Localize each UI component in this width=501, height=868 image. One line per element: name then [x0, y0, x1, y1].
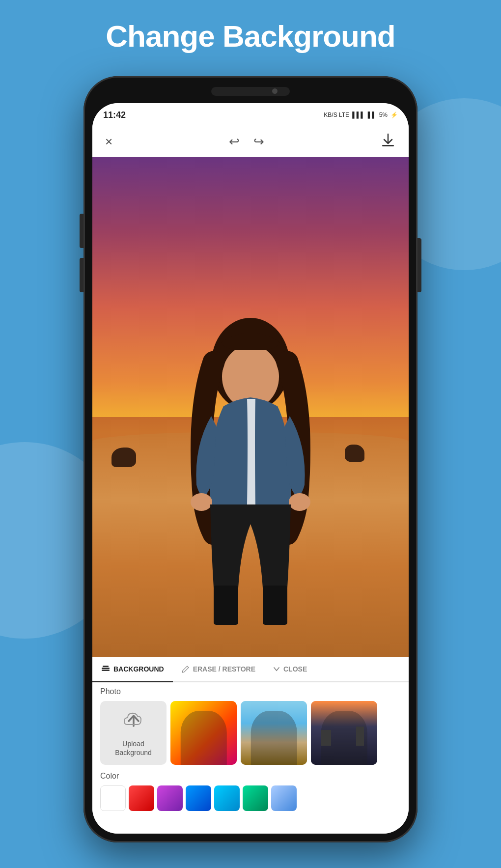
background-thumb-city[interactable]	[311, 701, 377, 765]
svg-rect-7	[102, 668, 110, 669]
color-swatch-red[interactable]	[129, 785, 154, 811]
girl-figure	[157, 197, 344, 657]
color-swatch-blue[interactable]	[186, 785, 211, 811]
photo-thumbnails: UploadBackground	[92, 699, 409, 767]
status-bar: 11:42 KB/S LTE ▌▌▌ ▌▌ 5% ⚡	[92, 103, 409, 127]
color-swatch-light-blue[interactable]	[271, 785, 297, 811]
bottom-panel: BACKGROUND ERASE / RESTORE CLOSE Photo	[92, 657, 409, 834]
thumb-girl-overlay-2	[250, 711, 297, 765]
photo-section-label: Photo	[92, 682, 409, 699]
color-section-label: Color	[92, 767, 409, 784]
toolbar-center: ↩ ↪	[229, 134, 264, 149]
battery-icon: ⚡	[390, 112, 398, 118]
svg-rect-8	[102, 670, 110, 671]
svg-rect-6	[263, 586, 287, 625]
upload-background-label: UploadBackground	[115, 739, 152, 757]
tab-close-label: CLOSE	[283, 665, 307, 673]
rock-right	[345, 445, 364, 462]
upload-background-button[interactable]: UploadBackground	[100, 701, 167, 765]
status-icons: KB/S LTE ▌▌▌ ▌▌ 5% ⚡	[324, 112, 398, 118]
rock-left	[111, 448, 136, 467]
tab-erase-label: ERASE / RESTORE	[193, 665, 255, 673]
phone-camera	[272, 88, 278, 94]
phone-screen: 11:42 KB/S LTE ▌▌▌ ▌▌ 5% ⚡ × ↩ ↪	[92, 103, 409, 834]
phone-button-vol-down	[80, 258, 84, 292]
status-time: 11:42	[103, 110, 126, 120]
color-swatches	[92, 784, 409, 813]
download-button[interactable]	[380, 132, 396, 151]
tab-erase[interactable]: ERASE / RESTORE	[173, 657, 264, 681]
phone-button-vol-up	[80, 214, 84, 248]
phone-notch	[211, 87, 290, 96]
background-thumb-yellow[interactable]	[170, 701, 237, 765]
main-image-area	[92, 157, 409, 657]
chevron-down-icon	[273, 666, 280, 672]
close-button[interactable]: ×	[105, 134, 112, 149]
color-swatch-purple[interactable]	[157, 785, 183, 811]
phone-button-power	[418, 238, 421, 292]
tab-background-label: BACKGROUND	[113, 665, 164, 673]
signal-bars-icon: ▌▌▌	[352, 112, 365, 118]
signal-bars2-icon: ▌▌	[368, 112, 376, 118]
svg-point-3	[191, 493, 212, 511]
redo-button[interactable]: ↪	[253, 134, 264, 149]
svg-rect-5	[214, 586, 238, 625]
svg-rect-0	[382, 145, 394, 146]
svg-point-4	[289, 493, 310, 511]
undo-button[interactable]: ↩	[229, 134, 240, 149]
thumb-girl-overlay	[180, 711, 227, 765]
layers-icon	[101, 665, 110, 673]
tab-close[interactable]: CLOSE	[264, 657, 316, 681]
thumb-girl-overlay-3	[321, 711, 367, 765]
app-toolbar: × ↩ ↪	[92, 127, 409, 157]
page-title: Change Background	[0, 19, 501, 54]
upload-cloud-icon	[121, 709, 146, 735]
phone-device: 11:42 KB/S LTE ▌▌▌ ▌▌ 5% ⚡ × ↩ ↪	[84, 76, 418, 842]
pencil-icon	[182, 665, 190, 673]
tab-background[interactable]: BACKGROUND	[92, 657, 173, 682]
color-swatch-cyan[interactable]	[214, 785, 240, 811]
battery-text: 5%	[379, 112, 388, 118]
signal-text: KB/S LTE	[324, 112, 349, 118]
svg-rect-9	[103, 666, 109, 667]
color-swatch-teal[interactable]	[243, 785, 268, 811]
tab-bar: BACKGROUND ERASE / RESTORE CLOSE	[92, 657, 409, 682]
color-swatch-white[interactable]	[100, 785, 126, 811]
background-thumb-beach[interactable]	[241, 701, 307, 765]
